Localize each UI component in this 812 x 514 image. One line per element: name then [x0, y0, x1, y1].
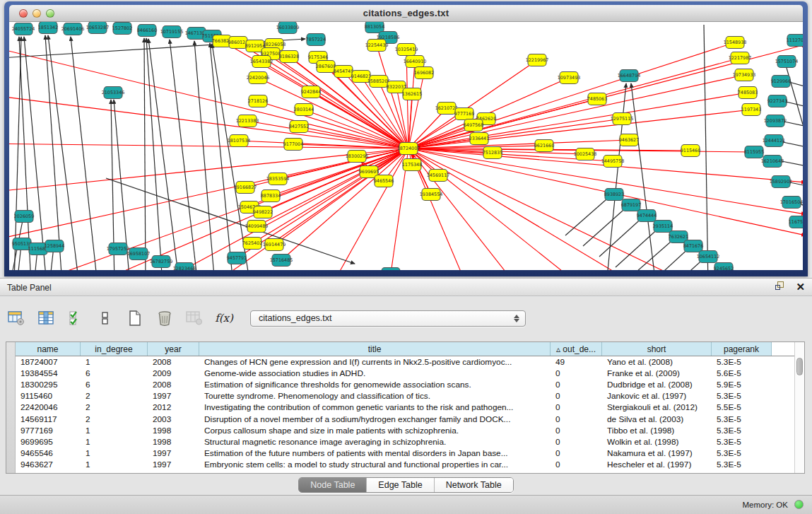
tab-edge-table[interactable]: Edge Table	[367, 478, 434, 492]
network-view-window[interactable]: citations_edges.txt 24055724185134220691…	[4, 1, 808, 276]
table-vertical-scrollbar[interactable]	[794, 342, 804, 473]
table-row[interactable]: 946362711997Embryonic stem cells: a mode…	[16, 459, 794, 470]
table-cell: 1	[81, 436, 148, 448]
table-cell: 5.3E-5	[712, 425, 772, 436]
import-table-icon-disabled	[185, 309, 204, 327]
tab-network-table[interactable]: Network Table	[435, 478, 513, 492]
table-row[interactable]: 1456911722003Disruption of a novel membe…	[16, 413, 794, 424]
function-builder-icon[interactable]: f(x)	[215, 309, 233, 327]
svg-text:9699695: 9699695	[359, 169, 379, 175]
svg-text:8878334: 8878334	[261, 193, 281, 199]
select-attributes-icon[interactable]	[66, 309, 85, 327]
network-window-titlebar[interactable]: citations_edges.txt	[9, 5, 803, 22]
network-canvas[interactable]: 2405572418513422069140610653287152780284…	[9, 22, 803, 270]
table-cell: 0	[551, 448, 602, 459]
table-toolbar: f(x) citations_edges.txt	[7, 305, 526, 331]
svg-text:19166827: 19166827	[234, 185, 257, 190]
svg-text:10654112: 10654112	[697, 254, 720, 259]
table-row[interactable]: 977716911998Corpus callosum shape and si…	[16, 425, 794, 436]
svg-text:10025438: 10025438	[574, 151, 597, 157]
table-cell: 5.3E-5	[712, 413, 772, 424]
table-settings-icon[interactable]	[7, 309, 25, 327]
svg-text:2718126: 2718126	[248, 98, 268, 104]
table-cell: 9699695	[16, 436, 81, 448]
svg-text:1258944: 1258944	[45, 243, 64, 249]
svg-text:12254439: 12254439	[365, 42, 389, 48]
row-height-icon[interactable]	[96, 309, 114, 327]
table-cell: Estimation of the future numbers of pati…	[199, 448, 551, 459]
table-cell: 2	[81, 402, 148, 413]
table-cell: Disruption of a novel member of a sodium…	[199, 413, 551, 424]
table-cell: 0	[551, 390, 602, 402]
svg-text:9245652: 9245652	[714, 266, 734, 270]
delete-table-icon[interactable]	[155, 309, 174, 327]
table-cell: 9465546	[16, 448, 81, 459]
table-row[interactable]: 946554611997Estimation of the future num…	[16, 448, 794, 459]
table-cell: Stergiakouli et al. (2012)	[602, 402, 712, 413]
svg-text:2935114: 2935114	[653, 223, 673, 229]
table-cell: Corpus callosum shape and size in male p…	[199, 425, 551, 436]
scrollbar-thumb[interactable]	[796, 358, 803, 375]
svg-text:20691406: 20691406	[61, 26, 85, 32]
svg-text:19384554: 19384554	[420, 192, 443, 197]
table-cell: 5.3E-5	[712, 436, 772, 448]
svg-text:9175346: 9175346	[308, 54, 328, 60]
table-row[interactable]: 2242004622012Investigating the contribut…	[16, 402, 794, 413]
table-cell: 6	[81, 379, 148, 390]
show-columns-icon[interactable]	[37, 309, 55, 327]
svg-text:8427552: 8427552	[289, 124, 309, 129]
table-row[interactable]: 1830029562008Estimation of significance …	[16, 379, 794, 390]
tab-node-table[interactable]: Node Table	[299, 478, 367, 492]
svg-text:15892901: 15892901	[770, 179, 793, 185]
table-row[interactable]: 911546021997Tourette syndrome. Phenomeno…	[16, 390, 794, 402]
table-panel-title: Table Panel	[7, 283, 52, 293]
table-cell: Yano et al. (2008)	[602, 356, 712, 368]
new-table-icon[interactable]	[126, 309, 144, 327]
table-cell: 2008	[148, 356, 199, 368]
svg-text:1112704: 1112704	[787, 37, 803, 43]
table-panel-header: Table Panel ✕	[0, 278, 812, 296]
svg-text:16648794: 16648794	[618, 73, 641, 78]
table-cell: 0	[551, 459, 602, 470]
table-cell: 18724007	[16, 356, 81, 368]
table-cell: Embryonic stem cells: a model to study s…	[199, 459, 551, 470]
table-row[interactable]: 969969511998Structural magnetic resonanc…	[16, 436, 794, 448]
column-header-short[interactable]: short	[602, 342, 712, 356]
table-cell: 2003	[148, 413, 199, 424]
table-selector-dropdown[interactable]: citations_edges.txt	[250, 310, 526, 327]
column-header-year[interactable]: year	[148, 342, 199, 356]
svg-text:1696082: 1696082	[414, 70, 434, 76]
table-cell: Hescheler et al. (1997)	[602, 459, 712, 470]
column-header-pagerank[interactable]: pagerank	[712, 342, 772, 356]
table-cell: 5.3E-5	[712, 356, 772, 368]
table-cell: 2008	[148, 379, 199, 390]
table-row[interactable]: 1938455462009Genome-wide association stu…	[16, 368, 794, 379]
float-panel-icon[interactable]	[775, 281, 786, 292]
svg-text:12217987: 12217987	[729, 55, 752, 61]
svg-text:8186328: 8186328	[279, 54, 299, 59]
table-row[interactable]: 1872400712008Changes of HCN gene express…	[16, 356, 794, 368]
citation-network-graph[interactable]: 2405572418513422069140610653287152780284…	[9, 22, 803, 270]
svg-text:19734933: 19734933	[733, 72, 756, 78]
svg-text:8115955: 8115955	[744, 149, 764, 155]
svg-text:12213383: 12213383	[236, 118, 259, 124]
column-header-name[interactable]: name	[16, 342, 81, 356]
table-cell: 2012	[148, 402, 199, 413]
column-header-out_de[interactable]: ▵ out_de...	[551, 342, 602, 356]
table-cell: 19384554	[16, 368, 81, 379]
table-cell: Nakamura et al. (1997)	[602, 448, 712, 459]
column-header-in_degree[interactable]: in_degree	[81, 342, 148, 356]
svg-text:16210721: 16210721	[435, 105, 459, 111]
table-panel-body: f(x) citations_edges.txt namein_degreeye…	[0, 297, 812, 495]
table-cell: Genome-wide association studies in ADHD.	[199, 368, 551, 379]
application-window: citations_edges.txt 24055724185134220691…	[0, 0, 812, 514]
svg-text:6497568: 6497568	[464, 122, 483, 128]
column-header-title[interactable]: title	[199, 342, 551, 356]
table-cell: 5.3E-5	[712, 459, 772, 470]
svg-text:12219967: 12219967	[526, 57, 549, 63]
close-panel-icon[interactable]: ✕	[796, 281, 805, 292]
svg-text:1362615: 1362615	[402, 91, 422, 97]
table-cell: 6	[81, 368, 148, 379]
dropdown-stepper-icon	[513, 313, 520, 325]
table-cell: 22420046	[16, 402, 81, 413]
